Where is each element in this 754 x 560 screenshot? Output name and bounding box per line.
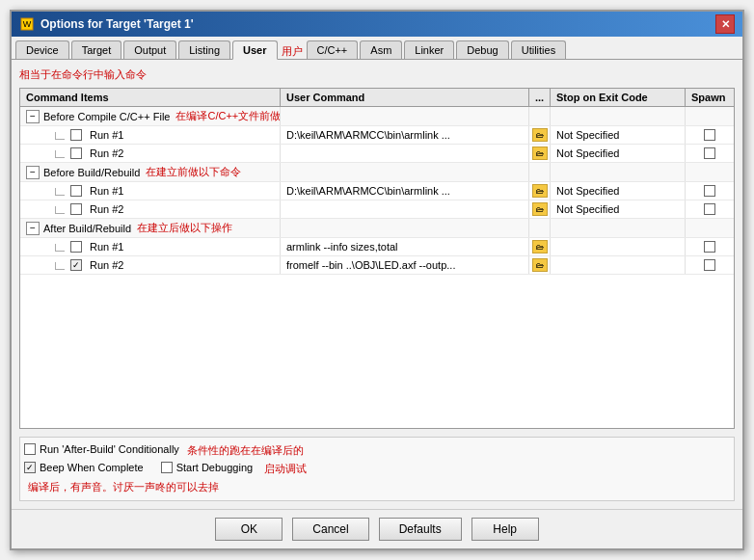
before-compile-run1-check[interactable]	[70, 129, 82, 141]
after-build-run1-notspec	[551, 238, 686, 255]
after-build-run1-folder[interactable]: 🗁	[529, 238, 551, 255]
run-after-build-check[interactable]	[24, 443, 36, 455]
tab-cpp[interactable]: C/C++	[307, 40, 359, 59]
after-build-run2-spawn-check[interactable]	[704, 259, 715, 271]
expand-icon-before-compile[interactable]: −	[26, 110, 40, 123]
top-description-label: 相当于在命令行中输入命令	[19, 67, 735, 82]
tree-line-4	[55, 206, 65, 214]
section-before-compile-cmd	[281, 107, 529, 125]
after-build-run1-cmd[interactable]: armlink --info sizes,total	[281, 238, 529, 255]
tab-output[interactable]: Output	[123, 40, 176, 59]
before-compile-run2-text: Run #2	[90, 147, 123, 159]
tree-line-3	[55, 188, 65, 196]
section-before-compile-dots	[529, 107, 551, 125]
after-build-run2-cmd[interactable]: fromelf --bin ..\OBJ\LED.axf --outp...	[281, 256, 529, 274]
ok-button[interactable]: OK	[215, 518, 283, 541]
before-compile-run2-cmd[interactable]	[281, 145, 529, 162]
before-build-run2-folder[interactable]: 🗁	[529, 200, 551, 218]
before-build-run2-spawn	[686, 200, 734, 218]
bottom-options-section: Run 'After-Build' Conditionally 条件性的跑在在编…	[19, 437, 735, 501]
expand-icon-after-build[interactable]: −	[26, 222, 40, 235]
before-compile-run1-notspec-text: Not Specified	[556, 129, 619, 141]
after-build-run2-folder[interactable]: 🗁	[529, 256, 551, 274]
beep-check[interactable]: ✓	[24, 462, 36, 473]
before-compile-run1-folder[interactable]: 🗁	[529, 126, 551, 144]
folder-icon-2[interactable]: 🗁	[532, 147, 548, 160]
folder-icon-5[interactable]: 🗁	[532, 240, 548, 253]
before-build-run1-folder[interactable]: 🗁	[529, 182, 551, 200]
tabs-bar: Device Target Output Listing User 用户 C/C…	[12, 37, 742, 60]
start-debug-text: Start Debugging	[176, 462, 254, 473]
title-bar: W Options for Target 'Target 1' ✕	[12, 12, 742, 37]
tree-line-5	[55, 244, 65, 252]
after-build-run2-notspec	[551, 256, 686, 274]
after-build-run1-check[interactable]	[70, 241, 82, 253]
folder-icon-4[interactable]: 🗁	[532, 202, 548, 216]
run-after-build-red: 条件性的跑在在编译后的	[187, 443, 304, 458]
defaults-button[interactable]: Defaults	[379, 518, 462, 541]
before-build-run1-check[interactable]	[70, 185, 82, 197]
run-after-build-label: Run 'After-Build' Conditionally	[24, 443, 179, 455]
beep-row: ✓ Beep When Complete Start Debugging 启动调…	[24, 462, 730, 476]
help-button[interactable]: Help	[471, 518, 539, 541]
tab-linker[interactable]: Linker	[404, 40, 454, 59]
before-build-run2-check[interactable]	[70, 203, 82, 215]
before-compile-run1-label: Run #1	[20, 126, 281, 144]
after-build-run2-check[interactable]: ✓	[70, 259, 82, 271]
after-build-run1-spawn	[686, 238, 734, 255]
section-after-build-text: After Build/Rebuild	[43, 223, 131, 234]
before-build-run1-cmd[interactable]: D:\keil\ARM\ARMCC\bin\armlink ...	[281, 182, 529, 200]
buttons-bar: OK Cancel Defaults Help	[12, 509, 742, 548]
before-build-run1-spawn-check[interactable]	[704, 185, 715, 197]
folder-icon-3[interactable]: 🗁	[532, 184, 548, 198]
tab-device[interactable]: Device	[15, 40, 69, 59]
before-build-run2-row: Run #2 🗁 Not Specified	[20, 200, 734, 219]
section-before-build-red: 在建立前做以下命令	[146, 165, 241, 179]
section-before-build: − Before Build/Rebuild 在建立前做以下命令	[20, 163, 734, 182]
tab-debug[interactable]: Debug	[456, 40, 508, 59]
before-compile-run2-check[interactable]	[70, 147, 82, 159]
tab-listing[interactable]: Listing	[178, 40, 230, 59]
folder-icon-6[interactable]: 🗁	[532, 258, 548, 272]
close-button[interactable]: ✕	[715, 14, 735, 34]
before-build-run2-spawn-check[interactable]	[704, 203, 715, 215]
expand-icon-before-build[interactable]: −	[26, 166, 40, 179]
header-user-command: User Command	[281, 89, 529, 106]
title-bar-left: W Options for Target 'Target 1'	[19, 16, 194, 32]
before-compile-run1-cmd[interactable]: D:\keil\ARM\ARMCC\bin\armlink ...	[281, 126, 529, 144]
before-build-run2-cmd[interactable]	[281, 200, 529, 218]
section-after-build-spawn	[686, 219, 734, 237]
dialog-title: Options for Target 'Target 1'	[40, 17, 194, 31]
section-before-compile-spawn	[686, 107, 734, 125]
start-debug-check[interactable]	[161, 462, 173, 473]
tree-line-6	[55, 262, 65, 270]
beep-label: ✓ Beep When Complete	[24, 462, 144, 473]
tab-asm[interactable]: Asm	[360, 40, 402, 59]
before-build-run2-label: Run #2	[20, 200, 281, 218]
before-compile-run1-spawn-check[interactable]	[704, 129, 715, 141]
before-compile-run2-notspec-text: Not Specified	[556, 147, 619, 159]
after-build-run2-row: ✓ Run #2 fromelf --bin ..\OBJ\LED.axf --…	[20, 256, 734, 275]
beep-text: Beep When Complete	[40, 462, 144, 473]
before-build-run1-text: Run #1	[90, 185, 123, 197]
tree-line-2	[55, 150, 65, 158]
after-build-run1-label: Run #1	[20, 238, 281, 255]
tab-user[interactable]: User	[232, 40, 277, 60]
before-compile-run2-spawn-check[interactable]	[704, 147, 715, 159]
before-build-run2-notspec: Not Specified	[551, 200, 686, 218]
tree-line-1	[55, 132, 65, 140]
table-header: Command Items User Command ... Stop on E…	[20, 89, 734, 107]
folder-icon-1[interactable]: 🗁	[532, 128, 548, 142]
before-compile-run2-folder[interactable]: 🗁	[529, 145, 551, 162]
before-compile-run2-spawn	[686, 145, 734, 162]
cancel-button[interactable]: Cancel	[292, 518, 368, 541]
tab-target[interactable]: Target	[71, 40, 122, 59]
after-build-run1-row: Run #1 armlink --info sizes,total 🗁	[20, 238, 734, 256]
tab-utilities[interactable]: Utilities	[511, 40, 566, 59]
section-before-build-text: Before Build/Rebuild	[43, 167, 140, 178]
after-build-run1-spawn-check[interactable]	[704, 241, 715, 253]
section-before-build-spawn	[686, 163, 734, 181]
header-stop-on-exit: Stop on Exit Code	[551, 89, 686, 106]
section-before-build-cmd	[281, 163, 529, 181]
header-spawn: Spawn	[686, 89, 734, 106]
